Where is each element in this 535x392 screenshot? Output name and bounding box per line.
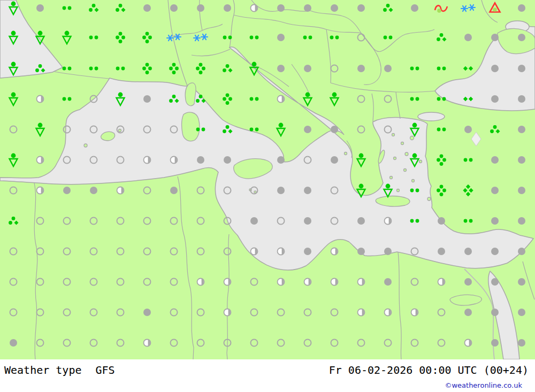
symbol-cloudy — [491, 309, 499, 316]
symbol-cloudy — [464, 278, 472, 286]
symbol-cloudy — [357, 217, 365, 225]
symbol-cloudy — [384, 65, 392, 72]
symbol-cloudy — [304, 248, 311, 255]
symbol-cloudy — [491, 156, 499, 164]
symbol-partly-cloudy — [385, 309, 392, 316]
symbol-cloudy — [518, 217, 525, 225]
island-cyclades-6 — [390, 176, 393, 179]
symbol-cloudy — [464, 126, 472, 133]
symbol-cloudy — [491, 34, 499, 41]
symbol-cloudy — [518, 278, 525, 286]
symbol-cloudy — [518, 248, 525, 255]
island-ibiza — [84, 144, 87, 147]
island-menorca — [119, 129, 121, 132]
symbol-cloudy — [518, 4, 525, 12]
symbol-partly-cloudy — [438, 279, 445, 286]
island-corsica — [185, 83, 196, 106]
symbol-cloudy — [464, 309, 472, 316]
symbol-cloudy — [170, 187, 178, 194]
symbol-cloudy — [438, 248, 445, 255]
symbol-partly-cloudy — [304, 279, 311, 286]
symbol-cloudy — [277, 65, 285, 72]
symbol-cloudy — [518, 187, 525, 194]
weather-map-page: Weather typeGFS Fr 06-02-2026 00:00 UTC … — [0, 0, 535, 392]
symbol-cloudy — [491, 187, 499, 194]
symbol-cloudy — [90, 187, 97, 194]
copyright-link[interactable]: ©weatheronline.co.uk — [445, 381, 522, 389]
symbol-cloudy — [304, 187, 311, 194]
symbol-partly-cloudy — [171, 157, 178, 164]
symbol-partly-cloudy — [358, 279, 365, 286]
symbol-cloudy — [491, 278, 499, 286]
symbol-partly-cloudy — [331, 248, 338, 255]
symbol-partly-cloudy — [37, 157, 44, 164]
symbol-partly-cloudy — [465, 340, 472, 347]
symbol-cloudy — [36, 4, 44, 12]
symbol-cloudy — [304, 217, 311, 225]
map-svg — [0, 0, 535, 359]
symbol-partly-cloudy — [197, 279, 204, 286]
island-cyclades-5 — [412, 180, 415, 182]
symbol-cloudy — [491, 95, 499, 103]
symbol-partly-cloudy — [331, 279, 338, 286]
symbol-cloudy — [277, 156, 285, 164]
symbol-partly-cloudy — [278, 279, 285, 286]
symbol-cloudy — [304, 126, 311, 133]
symbol-cloudy — [384, 248, 392, 255]
island-cyclades-3 — [394, 157, 396, 160]
map-title: Weather typeGFS — [4, 364, 115, 376]
symbol-cloudy — [464, 248, 472, 255]
symbol-cloudy — [491, 339, 499, 347]
symbol-cloudy — [518, 34, 525, 41]
symbol-partly-cloudy — [144, 340, 151, 347]
product-label: Weather type — [4, 364, 82, 376]
symbol-cloudy — [250, 217, 258, 225]
symbol-partly-cloudy — [37, 187, 44, 194]
symbol-partly-cloudy — [37, 96, 44, 103]
symbol-cloudy — [63, 187, 71, 194]
island-cyclades-2 — [401, 142, 404, 145]
symbol-partly-cloudy — [144, 157, 151, 164]
sea-marmara — [418, 112, 445, 121]
symbol-cloudy — [224, 156, 231, 164]
island-crete — [376, 196, 410, 207]
symbol-cloudy — [277, 4, 285, 12]
symbol-cloudy — [277, 187, 285, 194]
symbol-cloudy — [331, 4, 338, 12]
symbol-cloudy — [304, 65, 311, 72]
symbol-cloudy — [170, 4, 178, 12]
symbol-partly-cloudy — [278, 96, 285, 103]
symbol-partly-cloudy — [251, 248, 258, 255]
symbol-cloudy — [518, 339, 525, 347]
symbol-partly-cloudy — [358, 309, 365, 316]
symbol-cloudy — [331, 156, 338, 164]
island-cyclades-4 — [404, 169, 407, 172]
model-label: GFS — [96, 364, 115, 376]
symbol-cloudy — [143, 4, 151, 12]
symbol-cloudy — [224, 4, 231, 12]
island-cyclades-1 — [392, 134, 395, 136]
caption-bar: Weather typeGFS Fr 06-02-2026 00:00 UTC … — [0, 359, 535, 392]
symbol-cloudy — [331, 126, 338, 133]
symbol-cloudy — [464, 34, 472, 41]
symbol-cloudy — [411, 4, 418, 12]
symbol-cloudy — [518, 65, 525, 72]
valid-time-label: Fr 06-02-2026 00:00 UTC (00+24) — [329, 364, 529, 376]
symbol-cloudy — [357, 65, 365, 72]
symbol-cloudy — [491, 248, 499, 255]
symbol-partly-cloudy — [117, 187, 124, 194]
symbol-cloudy — [304, 4, 311, 12]
island-rhodes — [427, 197, 431, 201]
symbol-cloudy — [197, 4, 204, 12]
symbol-cloudy — [197, 156, 204, 164]
island-kythira — [397, 189, 400, 192]
symbol-cloudy — [10, 339, 17, 347]
symbol-cloudy — [491, 65, 499, 72]
symbol-cloudy — [438, 217, 445, 225]
symbol-cloudy — [143, 309, 151, 316]
symbol-cloudy — [357, 4, 365, 12]
symbol-cloudy — [143, 95, 151, 103]
island-lesbos — [410, 136, 414, 140]
symbol-partly-cloudy — [278, 248, 285, 255]
symbol-cloudy — [357, 248, 365, 255]
